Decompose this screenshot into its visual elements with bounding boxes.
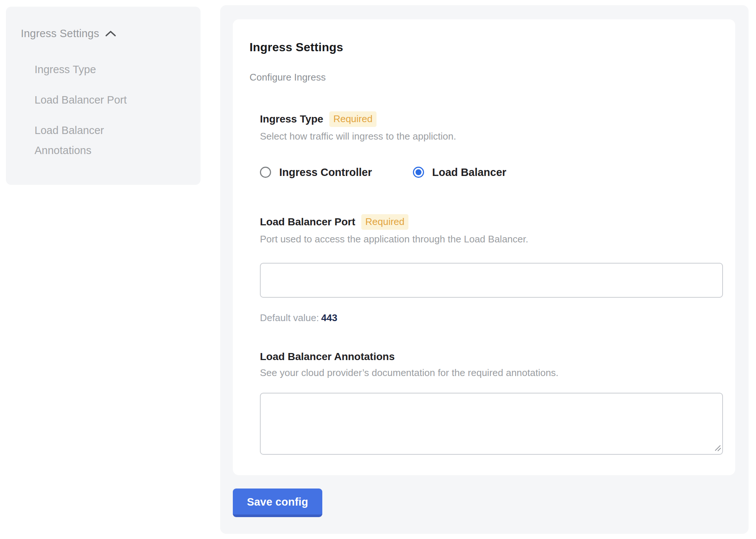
save-config-button[interactable]: Save config: [233, 489, 322, 517]
load-balancer-annotations-textarea[interactable]: [260, 393, 723, 455]
section-ingress-type: Ingress Type Required Select how traffic…: [260, 111, 723, 179]
default-value-line: Default value:443: [260, 311, 723, 324]
ingress-type-radio-group: Ingress Controller Load Balancer: [260, 166, 723, 179]
ingress-type-label: Ingress Type: [260, 112, 323, 126]
radio-option-load-balancer[interactable]: Load Balancer: [413, 166, 506, 179]
radio-label-load-balancer: Load Balancer: [432, 166, 506, 179]
page-title: Ingress Settings: [250, 40, 723, 55]
sidebar-item-load-balancer-annotations[interactable]: Load Balancer Annotations: [35, 120, 144, 160]
page-subtitle: Configure Ingress: [250, 71, 723, 83]
required-badge: Required: [329, 111, 377, 127]
radio-ingress-controller[interactable]: [260, 167, 271, 178]
main-panel: Ingress Settings Configure Ingress Ingre…: [220, 5, 749, 534]
section-load-balancer-port: Load Balancer Port Required Port used to…: [260, 214, 723, 324]
settings-nav-sidebar: Ingress Settings Ingress Type Load Balan…: [6, 7, 201, 185]
load-balancer-port-label: Load Balancer Port: [260, 215, 355, 229]
radio-label-ingress-controller: Ingress Controller: [279, 166, 372, 179]
load-balancer-port-description: Port used to access the application thro…: [260, 233, 723, 245]
load-balancer-annotations-description: See your cloud provider’s documentation …: [260, 366, 723, 379]
ingress-settings-card: Ingress Settings Configure Ingress Ingre…: [233, 19, 735, 475]
sidebar-group-ingress-settings[interactable]: Ingress Settings: [21, 27, 187, 40]
ingress-type-description: Select how traffic will ingress to the a…: [260, 130, 723, 143]
chevron-up-icon: [105, 30, 116, 38]
default-value-label: Default value:: [260, 312, 319, 323]
page: Ingress Settings Ingress Type Load Balan…: [0, 0, 756, 539]
radio-load-balancer[interactable]: [413, 167, 424, 178]
radio-option-ingress-controller[interactable]: Ingress Controller: [260, 166, 372, 179]
sidebar-group-label: Ingress Settings: [21, 27, 99, 40]
default-value: 443: [321, 312, 337, 323]
section-load-balancer-annotations: Load Balancer Annotations See your cloud…: [260, 350, 723, 455]
sidebar-item-load-balancer-port[interactable]: Load Balancer Port: [35, 90, 144, 110]
required-badge: Required: [361, 214, 409, 230]
load-balancer-port-input[interactable]: [260, 263, 723, 298]
load-balancer-annotations-label: Load Balancer Annotations: [260, 350, 395, 363]
sidebar-item-ingress-type[interactable]: Ingress Type: [35, 59, 144, 79]
sidebar-nav-list: Ingress Type Load Balancer Port Load Bal…: [35, 59, 187, 160]
